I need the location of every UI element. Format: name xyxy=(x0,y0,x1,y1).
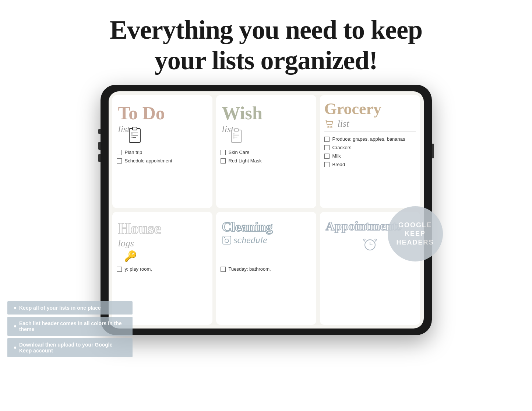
house-title: House logs xyxy=(118,219,161,249)
checkbox-5[interactable] xyxy=(324,137,330,142)
todo-item-1-text: Plan trip xyxy=(125,150,142,155)
clipboard-icon xyxy=(128,126,142,145)
cleaning-subtitle: schedule xyxy=(222,235,273,246)
house-card-header: House logs 🔑 xyxy=(117,216,208,264)
checkbox-8[interactable] xyxy=(324,162,330,167)
grocery-card-header: Grocery list xyxy=(324,99,416,129)
tablet-outer: To Do list xyxy=(101,85,432,335)
washing-machine-icon xyxy=(222,235,232,245)
wish-title-text: Wish xyxy=(222,102,263,124)
todo-item-2: Schedule appointment xyxy=(117,158,208,164)
google-keep-badge: GOOGLE KEEP HEADERS xyxy=(388,206,443,261)
overlay-bullet-2 xyxy=(14,325,16,327)
svg-point-19 xyxy=(225,239,229,243)
overlay-text-3: Download then upload to your Google Keep… xyxy=(19,342,126,354)
wish-item-2-text: Red Light Mask xyxy=(229,158,262,164)
cleaning-checklist: Tuesday: bathroom, xyxy=(221,264,312,272)
tablet-screen: To Do list xyxy=(109,91,424,329)
cleaning-item-1-text: Tuesday: bathroom, xyxy=(229,266,271,272)
svg-rect-15 xyxy=(233,137,235,139)
grocery-item-1: Produce: grapes, apples, bananas xyxy=(324,136,416,142)
badge-text: GOOGLE KEEP HEADERS xyxy=(396,221,434,247)
svg-rect-8 xyxy=(231,130,241,143)
checkbox-2[interactable] xyxy=(117,158,122,164)
wish-card: Wish list xyxy=(216,95,316,208)
svg-rect-6 xyxy=(131,134,133,136)
tablet-button-1 xyxy=(98,129,101,134)
grocery-checklist: Produce: grapes, apples, bananas Cracker… xyxy=(324,134,416,167)
tablet-button-3 xyxy=(98,154,101,162)
checkbox-6[interactable] xyxy=(324,145,330,150)
house-list-word: logs xyxy=(118,238,161,249)
svg-rect-0 xyxy=(129,129,140,143)
grocery-item-3: Milk xyxy=(324,153,416,159)
grocery-divider xyxy=(324,131,416,132)
overlay-item-2: Each list header comes in all colors in … xyxy=(7,317,133,336)
grocery-subtitle: list xyxy=(324,118,416,129)
svg-rect-13 xyxy=(233,133,235,135)
checkbox-9[interactable] xyxy=(117,267,122,272)
grocery-card: Grocery list Produc xyxy=(320,95,420,208)
svg-rect-7 xyxy=(131,137,133,138)
wish-item-2: Red Light Mask xyxy=(221,158,312,164)
checkbox-3[interactable] xyxy=(221,150,226,155)
cleaning-card-header: Cleaning schedule xyxy=(221,216,312,264)
svg-rect-1 xyxy=(133,127,137,130)
svg-rect-9 xyxy=(234,129,238,131)
grocery-title-text: Grocery xyxy=(324,99,416,118)
tablet-button-right xyxy=(432,144,434,158)
grocery-item-1-text: Produce: grapes, apples, bananas xyxy=(332,136,405,142)
svg-rect-21 xyxy=(223,239,230,239)
todo-checklist: Plan trip Schedule appointment xyxy=(117,147,208,164)
svg-point-16 xyxy=(328,126,329,128)
todo-item-1: Plan trip xyxy=(117,150,208,155)
overlay-item-3: Download then upload to your Google Keep… xyxy=(7,338,133,357)
grocery-item-4-text: Bread xyxy=(332,162,345,167)
tablet-button-2 xyxy=(98,142,101,150)
checkbox-4[interactable] xyxy=(221,158,226,164)
cleaning-list-word: schedule xyxy=(234,235,267,246)
svg-rect-5 xyxy=(131,132,133,134)
wish-clipboard-icon xyxy=(230,128,243,145)
house-item-1: y: play room, xyxy=(117,266,208,272)
overlay-bullet-1 xyxy=(14,307,16,309)
grocery-item-2: Crackers xyxy=(324,145,416,150)
tablet-wrapper: To Do list xyxy=(101,85,432,335)
overlay-panel: Keep all of your lists in one place Each… xyxy=(7,301,133,359)
todo-card: To Do list xyxy=(112,95,212,208)
house-key-icon: 🔑 xyxy=(124,250,137,262)
wish-card-header: Wish list xyxy=(221,99,312,147)
svg-point-20 xyxy=(224,237,225,238)
grocery-cart-icon xyxy=(324,119,335,128)
wish-item-1: Skin Care xyxy=(221,150,312,155)
overlay-bullet-3 xyxy=(14,347,16,349)
grocery-list-word: list xyxy=(338,118,349,129)
overlay-text-2: Each list header comes in all colors in … xyxy=(19,320,126,332)
headline-line1: Everything you need to keep xyxy=(0,15,532,45)
checkbox-1[interactable] xyxy=(117,150,122,155)
todo-item-2-text: Schedule appointment xyxy=(125,158,172,164)
house-item-1-text: y: play room, xyxy=(125,266,152,272)
svg-point-17 xyxy=(331,126,332,128)
checkbox-10[interactable] xyxy=(221,267,226,272)
grocery-item-2-text: Crackers xyxy=(332,145,352,150)
headline: Everything you need to keep your lists o… xyxy=(0,0,532,76)
cleaning-title-text: Cleaning xyxy=(222,219,273,235)
svg-rect-14 xyxy=(233,135,235,137)
cleaning-card: Cleaning schedule xyxy=(216,212,316,325)
house-checklist: y: play room, xyxy=(117,264,208,272)
grocery-item-4: Bread xyxy=(324,162,416,167)
grocery-item-3-text: Milk xyxy=(332,153,341,159)
todo-title-text: To Do xyxy=(118,103,165,123)
cleaning-title: Cleaning schedule xyxy=(222,219,273,246)
wish-checklist: Skin Care Red Light Mask xyxy=(221,147,312,164)
overlay-item-1: Keep all of your lists in one place xyxy=(7,301,133,315)
todo-card-header: To Do list xyxy=(117,99,208,147)
headline-line2: your lists organized! xyxy=(0,45,532,76)
wish-item-1-text: Skin Care xyxy=(229,150,250,155)
house-title-text: House xyxy=(118,219,161,238)
cleaning-item-1: Tuesday: bathroom, xyxy=(221,266,312,272)
overlay-text-1: Keep all of your lists in one place xyxy=(19,305,101,311)
checkbox-7[interactable] xyxy=(324,154,330,159)
